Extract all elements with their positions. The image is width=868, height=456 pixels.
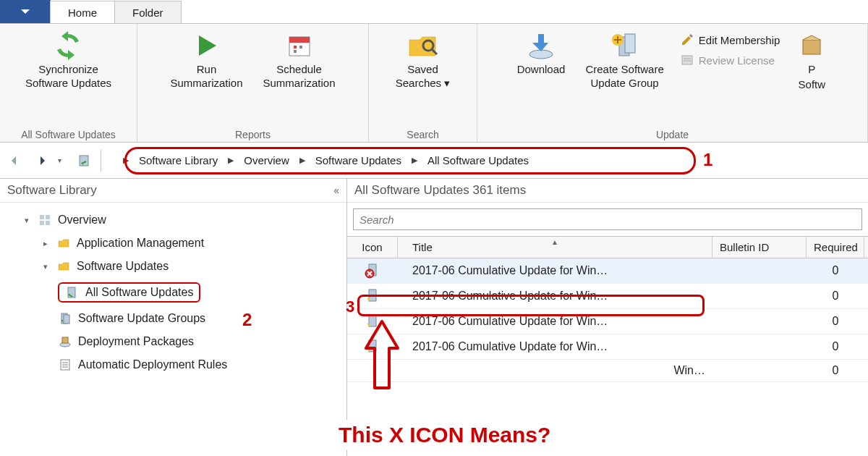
row-icon-cell — [347, 334, 398, 359]
tree-item-app-mgmt[interactable]: ▸ Application Management — [0, 232, 346, 255]
arrow-right-icon — [35, 153, 49, 168]
column-header-required[interactable]: Required — [807, 237, 864, 258]
svg-rect-1 — [289, 37, 310, 43]
tree-item-update-groups[interactable]: Software Update Groups — [0, 307, 346, 330]
table-row[interactable]: 2017-06 Cumulative Update for Win… 0 — [347, 334, 868, 360]
table-row[interactable]: 2017-06 Cumulative Update for Win… 0 — [347, 258, 868, 284]
tree-label: Application Management — [77, 237, 204, 250]
svg-rect-15 — [80, 156, 88, 166]
synchronize-label: Synchronize Software Updates — [25, 63, 111, 90]
svg-rect-3 — [299, 46, 302, 48]
nav-dropdown-icon[interactable]: ▾ — [58, 156, 61, 164]
body: Software Library « ▾ Overview ▸ Applicat… — [0, 179, 868, 456]
svg-rect-32 — [369, 315, 376, 326]
svg-rect-18 — [40, 221, 44, 225]
tree-label: Software Update Groups — [78, 312, 205, 325]
column-header-icon[interactable]: Icon — [347, 237, 398, 258]
column-header-title[interactable]: Title ▲ — [398, 237, 712, 258]
tree-label: Overview — [58, 214, 106, 227]
nav-tree: ▾ Overview ▸ Application Management ▾ So… — [0, 203, 346, 382]
chevron-right-icon: ▸ — [41, 239, 51, 248]
app-menu-button[interactable] — [0, 0, 51, 23]
svg-rect-24 — [62, 337, 68, 343]
update-x-icon — [365, 263, 380, 279]
row-bulletin — [712, 342, 807, 351]
schedule-summarization-button[interactable]: Schedule Summarization — [259, 27, 340, 93]
row-required: 0 — [807, 360, 864, 381]
tree-label: Software Updates — [77, 260, 169, 273]
saved-searches-button[interactable]: Saved Searches ▾ — [391, 27, 455, 93]
column-header-bulletin[interactable]: Bulletin ID — [712, 237, 807, 258]
annotation-number-1: 1 — [703, 150, 712, 170]
sidebar-title-row: Software Library « — [0, 179, 346, 203]
edit-membership-button[interactable]: Edit Membership — [680, 33, 780, 47]
row-title: 2017-06 Cumulative Update for Win… — [398, 311, 712, 332]
review-license-button[interactable]: Review License — [680, 53, 780, 67]
nav-row: ▾ ▶ Software Library ▶ Overview ▶ Softwa… — [0, 143, 868, 179]
package-icon — [796, 30, 827, 62]
svg-rect-31 — [369, 290, 376, 301]
cutoff-button[interactable]: P Softw — [791, 27, 832, 95]
create-group-button[interactable]: Create Software Update Group — [581, 27, 668, 93]
breadcrumb-item[interactable]: Software Library — [139, 154, 218, 166]
tree-item-overview[interactable]: ▾ Overview — [0, 208, 346, 232]
grid-body: 2017-06 Cumulative Update for Win… 0 201… — [347, 258, 868, 382]
svg-rect-17 — [46, 215, 50, 219]
table-row[interactable]: Win… 0 — [347, 360, 868, 382]
nav-back-button[interactable] — [3, 149, 26, 172]
row-bulletin — [712, 292, 807, 300]
chevron-right-icon: ▶ — [228, 156, 234, 165]
pencil-icon — [680, 33, 694, 47]
chevron-down-icon: ▾ — [41, 262, 51, 271]
tree-item-all-software-updates[interactable]: All Software Updates — [0, 278, 346, 307]
cutoff-label-1: P — [808, 63, 815, 77]
ribbon-group-updates-label: All Software Updates — [21, 127, 116, 140]
svg-rect-33 — [369, 340, 376, 352]
library-icon — [77, 153, 92, 168]
row-icon-cell — [347, 284, 398, 308]
collapse-icon[interactable]: « — [333, 185, 339, 196]
tree-label: Automatic Deployment Rules — [78, 358, 227, 371]
breadcrumb-item[interactable]: Software Updates — [315, 154, 401, 166]
package-icon — [58, 334, 72, 349]
cutoff-label-2: Softw — [799, 78, 826, 92]
schedule-summarization-label: Schedule Summarization — [263, 63, 336, 90]
tree-item-deployment-packages[interactable]: Deployment Packages — [0, 330, 346, 353]
search-input[interactable] — [353, 208, 862, 230]
row-icon-cell — [347, 309, 398, 334]
ribbon-group-update-label: Update — [656, 127, 689, 140]
run-summarization-button[interactable]: Run Summarization — [166, 27, 247, 93]
table-row[interactable]: 2017-06 Cumulative Update for Win… 0 — [347, 284, 868, 309]
synchronize-button[interactable]: Synchronize Software Updates — [21, 27, 116, 93]
breadcrumb-item[interactable]: All Software Updates — [427, 154, 529, 166]
svg-rect-2 — [294, 46, 297, 48]
table-row[interactable]: 2017-06 Cumulative Update for Win… 0 — [347, 309, 868, 334]
svg-rect-9 — [625, 34, 635, 53]
content-header: All Software Updates 361 items — [347, 179, 868, 203]
download-button[interactable]: Download — [513, 27, 570, 80]
ribbon: Synchronize Software Updates All Softwar… — [0, 23, 868, 143]
chevron-down-icon: ▾ — [22, 216, 32, 225]
tab-folder[interactable]: Folder — [114, 1, 182, 23]
folder-icon — [56, 259, 71, 274]
breadcrumb-item[interactable]: Overview — [244, 154, 289, 166]
chevron-right-icon: ▶ — [299, 156, 305, 165]
chevron-right-icon: ▶ — [123, 156, 129, 165]
updates-icon — [65, 285, 80, 300]
tab-home[interactable]: Home — [50, 1, 115, 23]
content-header-count: 361 items — [472, 183, 526, 197]
create-group-label: Create Software Update Group — [585, 63, 663, 90]
row-required: 0 — [807, 285, 864, 307]
play-icon — [190, 30, 222, 62]
calendar-icon — [284, 30, 315, 62]
tree-item-auto-deploy-rules[interactable]: Automatic Deployment Rules — [0, 353, 346, 376]
row-required: 0 — [807, 336, 864, 358]
row-bulletin — [712, 317, 807, 326]
tree-item-software-updates[interactable]: ▾ Software Updates — [0, 255, 346, 278]
review-license-label: Review License — [699, 54, 775, 67]
nav-forward-button[interactable] — [30, 149, 54, 172]
sync-icon — [52, 30, 84, 62]
edit-membership-label: Edit Membership — [699, 34, 780, 46]
chevron-right-icon: ▶ — [412, 156, 417, 165]
row-title: 2017-06 Cumulative Update for Win… — [398, 336, 712, 358]
